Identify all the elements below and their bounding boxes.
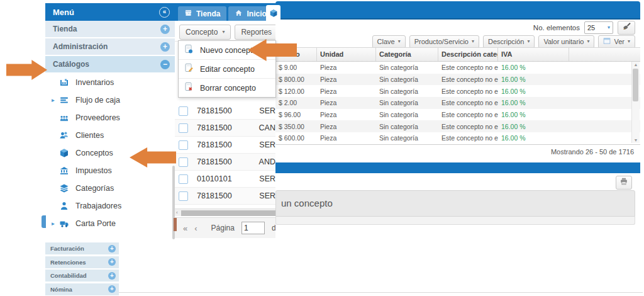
sidebar-item-categorias[interactable]: Categorías <box>45 179 175 197</box>
prev-page-button[interactable]: ‹ <box>194 224 197 233</box>
row-descripcion: SER <box>259 191 275 200</box>
page-bottom-border <box>45 292 643 293</box>
cell: $ 9.00 <box>275 64 317 71</box>
row-clave: 78181500 <box>197 140 244 149</box>
sidebar-item-inventarios[interactable]: Inventarios <box>45 74 175 91</box>
table-row[interactable]: 78181500SER <box>175 137 275 154</box>
scroll-left-icon[interactable]: ‹ <box>176 210 178 215</box>
expander-icon[interactable]: ► <box>49 221 57 227</box>
column-header[interactable]: Categoría <box>376 48 438 61</box>
table-row[interactable]: $ 800.00PiezaSin categoríaEste concepto … <box>275 74 640 86</box>
row-checkbox[interactable] <box>179 106 188 116</box>
chevron-down-icon: ▾ <box>472 39 474 44</box>
cell: $ 2.00 <box>275 99 317 106</box>
clear-filters-button[interactable] <box>618 21 635 35</box>
concepto-menu-button[interactable]: Concepto▾ <box>179 25 231 40</box>
cell: Sin categoría <box>376 111 438 118</box>
sidebar-item-carta-porte[interactable]: ►Carta Porte <box>45 215 175 232</box>
table-row[interactable]: $ 350.00PiezaSin categoríaEste concepto … <box>275 120 640 132</box>
tab-tienda[interactable]: Tienda <box>178 6 226 21</box>
content-column: TiendaInicio Concepto▾Reportes▾ 78181500… <box>175 3 275 238</box>
expand-plus-icon[interactable]: + <box>108 245 116 253</box>
sidebar-section-facturacion[interactable]: Facturación+ <box>45 242 119 254</box>
sidebar-section-catalogos[interactable]: Catálogos− <box>45 56 175 74</box>
row-checkbox[interactable] <box>179 191 188 201</box>
sidebar-section-administracion[interactable]: Administración+ <box>45 38 175 56</box>
table-row[interactable]: $ 2.00PiezaSin categoríaEste concepto no… <box>275 97 640 109</box>
scroll-up-icon[interactable]: ▲ <box>632 62 640 67</box>
expand-plus-icon[interactable]: + <box>108 258 116 266</box>
table-row[interactable]: 01010101SER <box>175 171 275 188</box>
sidebar-item-clientes[interactable]: Clientes <box>45 127 175 144</box>
column-header[interactable]: Unidad <box>317 48 376 61</box>
cell: 16.00 % <box>498 64 569 71</box>
table-row[interactable]: 78181500AND <box>175 154 275 171</box>
row-checkbox[interactable] <box>179 123 188 133</box>
column-header[interactable]: IVA <box>498 48 569 61</box>
table-row[interactable]: $ 96.00PiezaSin categoríaEste concepto n… <box>275 109 640 121</box>
table-row[interactable]: 78181500CAN <box>175 120 275 137</box>
menu-item-editar-concepto[interactable]: Editar concepto <box>179 60 275 79</box>
row-descripcion: SER <box>259 174 275 183</box>
scrollbar-thumb[interactable] <box>633 69 638 101</box>
row-checkbox[interactable] <box>179 140 188 150</box>
expand-plus-icon[interactable]: + <box>108 285 116 293</box>
menu-item-label: Editar concepto <box>200 65 255 74</box>
chevron-double-left-icon[interactable]: « <box>159 7 170 18</box>
expander-icon[interactable]: ► <box>49 98 57 103</box>
page-label: Página <box>211 224 235 232</box>
pagination-bar: « ‹ Página d <box>175 217 275 238</box>
detail-placeholder-footer <box>275 217 635 225</box>
reportes-menu-button[interactable]: Reportes▾ <box>235 25 275 40</box>
filter-button-descripcion[interactable]: Descripción▾ <box>483 35 535 48</box>
expand-plus-icon[interactable]: + <box>160 25 170 34</box>
horizontal-scrollbar[interactable]: ‹ <box>175 208 275 216</box>
table-row[interactable]: $ 9.00PiezaSin categoríaEste concepto no… <box>275 62 640 74</box>
showing-range-label: Mostrando 26 - 50 de 1716 <box>551 148 634 156</box>
sidebar-section-retenciones[interactable]: Retenciones+ <box>45 256 119 268</box>
filter-button-valor-unitario[interactable]: Valor unitario▾ <box>538 35 594 48</box>
cell: 16.00 % <box>498 134 569 142</box>
row-checkbox[interactable] <box>179 174 188 184</box>
sidebar-section-nomina[interactable]: Nómina+ <box>45 283 119 295</box>
sidebar-item-proveedores[interactable]: Proveedores <box>45 109 175 127</box>
sidebar-item-label: Conceptos <box>75 149 113 157</box>
filter-button-ver[interactable]: Ver▾ <box>598 35 635 48</box>
table-row[interactable]: 78181500SER <box>175 188 275 205</box>
sidebar: Menú « Tienda+Administración+Catálogos− … <box>45 3 175 240</box>
page-size-select[interactable]: 25 ▾ <box>584 21 613 34</box>
filter-button-producto-servicio[interactable]: Producto/Servicio▾ <box>409 35 479 48</box>
expand-plus-icon[interactable]: + <box>160 42 170 52</box>
page-number-input[interactable] <box>242 222 265 234</box>
table-row[interactable]: 78181500SER <box>175 103 275 120</box>
tab-conceptos-partial[interactable] <box>266 5 280 21</box>
sidebar-item-label: Flujo de caja <box>75 96 120 105</box>
home-icon <box>235 9 243 19</box>
button-label: Concepto <box>186 28 218 37</box>
sidebar-item-impuestos[interactable]: Impuestos <box>45 162 175 179</box>
sidebar-item-trabajadores[interactable]: Trabajadores <box>45 197 175 215</box>
detail-placeholder-box: un concepto <box>275 190 635 217</box>
expand-plus-icon[interactable]: + <box>108 272 116 280</box>
sidebar-section-contabilidad[interactable]: Contabilidad+ <box>45 270 119 282</box>
print-button[interactable] <box>616 176 632 190</box>
grid-icon <box>603 37 611 46</box>
menu-item-borrar-concepto[interactable]: Borrar concepto <box>179 79 275 97</box>
panel-resize-handle[interactable] <box>174 218 177 231</box>
panel-collapse-handle[interactable] <box>42 215 46 228</box>
collapse-minus-icon[interactable]: − <box>160 60 170 69</box>
inventory-icon <box>59 77 70 88</box>
sidebar-item-flujo-de-caja[interactable]: ►Flujo de caja <box>45 91 175 109</box>
filter-button-clave[interactable]: Clave▾ <box>372 35 406 48</box>
column-header[interactable]: Descripción categoría <box>438 48 498 61</box>
scrollbar-thumb[interactable] <box>181 210 275 216</box>
sidebar-section-tienda[interactable]: Tienda+ <box>45 21 175 38</box>
table-row[interactable]: $ 120.00PiezaSin categoríaEste concepto … <box>275 85 640 97</box>
first-page-button[interactable]: « <box>183 224 187 233</box>
vertical-scrollbar[interactable]: ▲ ▼ <box>631 62 640 143</box>
delete-doc-icon <box>184 82 194 94</box>
table-row[interactable]: $ 600.00PiezaSin categoríaEste concepto … <box>275 132 640 144</box>
clients-icon <box>59 130 70 140</box>
scroll-down-icon[interactable]: ▼ <box>632 138 640 142</box>
row-checkbox[interactable] <box>179 157 188 167</box>
